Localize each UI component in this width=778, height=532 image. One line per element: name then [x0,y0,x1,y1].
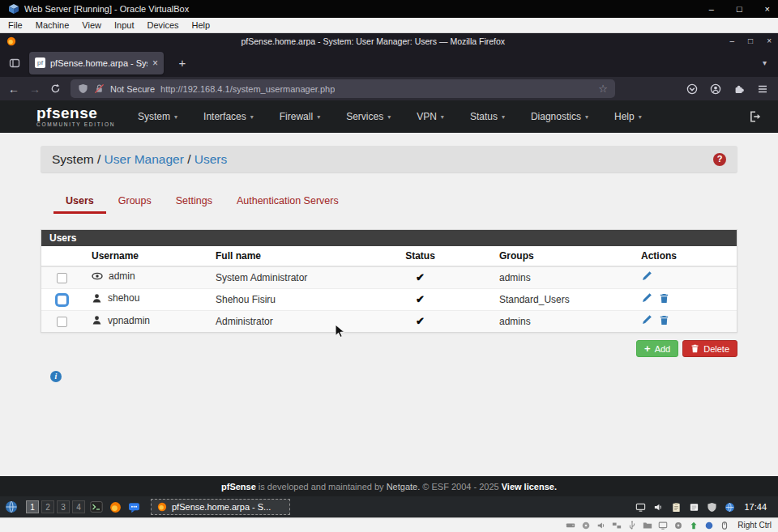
edit-user-icon[interactable] [641,292,652,304]
delete-button[interactable]: Delete [682,340,737,357]
display-tray-icon[interactable] [635,502,646,513]
row-checkbox[interactable] [57,273,67,283]
workspace-1-button[interactable]: 1 [26,500,39,513]
nav-item-interfaces[interactable]: Interfaces▾ [190,111,267,122]
insecure-lock-icon[interactable] [94,83,105,94]
ff-restore-button[interactable]: □ [748,37,753,45]
tab-users[interactable]: Users [53,190,106,214]
table-header-row: Username Full name Status Groups Actions [41,246,737,266]
tracking-protection-shield-icon[interactable] [78,83,88,94]
nav-item-status[interactable]: Status▾ [457,111,518,122]
session-status-icon[interactable] [704,521,714,530]
desktop-taskbar: 1 2 3 4 pfSense.home.arpa - S... 17:44 [0,496,778,517]
groups: admins [451,266,609,288]
help-icon[interactable]: ? [713,153,726,166]
caret-down-icon: ▾ [174,113,177,121]
nav-item-vpn[interactable]: VPN▾ [404,111,457,122]
breadcrumb-link-users[interactable]: Users [194,152,227,167]
extensions-icon[interactable] [733,83,745,95]
nav-item-diagnostics[interactable]: Diagnostics▾ [518,111,601,122]
vb-menu-input[interactable]: Input [108,20,140,30]
vb-menu-machine[interactable]: Machine [29,20,76,30]
workspace-switcher: 1 2 3 4 [26,500,85,513]
breadcrumb-link-user-manager[interactable]: User Manager [105,152,184,167]
pfsense-logo[interactable]: pfsense COMMUNITY EDITION [36,105,115,128]
row-checkbox[interactable] [57,317,67,327]
display-status-icon[interactable] [658,521,668,530]
url-bar[interactable]: Not Secure http://192.168.4.1/system_use… [71,79,615,98]
back-button[interactable]: ← [8,83,19,95]
network-tray-icon[interactable] [725,502,735,513]
vb-close-button[interactable]: × [765,5,770,14]
applications-menu-icon[interactable] [4,500,19,514]
workspace-3-button[interactable]: 3 [57,500,70,513]
username: shehou [108,292,139,304]
pfsense-favicon-icon: pf [35,57,45,68]
clipboard-tray-icon[interactable] [671,502,682,513]
plus-icon: + [644,343,651,355]
row-checkbox[interactable] [57,295,67,305]
tab-close-button[interactable]: × [152,58,158,68]
edit-user-icon[interactable] [641,270,652,282]
nav-item-help[interactable]: Help▾ [601,111,655,122]
firefox-launcher-icon[interactable] [108,500,122,514]
tab-title: pfSense.home.arpa - Syst [50,58,147,68]
footer-netgate-link[interactable]: Netgate. [387,482,421,492]
sharedfolders-status-icon[interactable] [643,521,652,530]
tab-authentication-servers[interactable]: Authentication Servers [224,190,351,214]
vb-menu-devices[interactable]: Devices [140,20,185,30]
vb-menu-view[interactable]: View [75,20,108,30]
browser-tab[interactable]: pf pfSense.home.arpa - Syst × [29,52,164,74]
firefox-logo-icon [157,502,167,512]
eye-icon [92,270,103,282]
vb-maximize-button[interactable]: □ [737,5,742,14]
ff-minimize-button[interactable]: – [730,37,735,45]
menu-icon[interactable] [757,83,768,95]
delete-user-icon[interactable] [659,292,669,304]
forward-button[interactable]: → [29,83,41,95]
user-icon [92,293,102,304]
add-button[interactable]: + Add [636,340,678,357]
edit-user-icon[interactable] [641,314,652,326]
reload-button[interactable] [50,83,61,94]
recording-status-icon[interactable] [673,521,683,530]
vb-menu-help[interactable]: Help [186,20,217,30]
delete-user-icon[interactable] [659,314,669,326]
volume-tray-icon[interactable] [653,502,664,513]
logout-icon[interactable] [749,110,762,123]
tab-settings[interactable]: Settings [164,190,224,214]
tab-groups[interactable]: Groups [106,190,164,214]
pocket-icon[interactable] [686,83,698,95]
tab-list-chevron-button[interactable]: ▾ [763,59,767,67]
firefox-view-button[interactable] [5,53,24,73]
footer-license-link[interactable]: View license. [502,482,557,492]
workspace-4-button[interactable]: 4 [72,500,85,513]
url-text[interactable]: http://192.168.4.1/system_usermanager.ph… [160,84,335,94]
terminal-launcher-icon[interactable] [89,500,104,514]
audio-status-icon[interactable] [596,521,606,530]
mouse-status-icon[interactable] [720,521,729,530]
info-icon[interactable]: i [50,371,62,382]
features-status-icon[interactable] [689,521,699,530]
nav-item-services[interactable]: Services▾ [333,111,404,122]
footer-text: is developed and maintained by [256,482,387,492]
vb-minimize-button[interactable]: – [709,5,714,14]
nav-item-firewall[interactable]: Firewall▾ [267,111,333,122]
chat-launcher-icon[interactable] [126,500,141,514]
optical-status-icon[interactable] [581,521,591,530]
shield-tray-icon[interactable] [707,502,717,513]
ff-close-button[interactable]: × [767,37,772,45]
notes-tray-icon[interactable] [689,502,699,513]
workspace-2-button[interactable]: 2 [41,500,54,513]
vb-menu-file[interactable]: File [2,20,29,30]
network-status-icon[interactable] [612,521,622,530]
nav-item-system[interactable]: System▾ [125,111,190,122]
footer-copyright: © ESF 2004 - 2025 [420,482,501,492]
taskbar-window-button[interactable]: pfSense.home.arpa - S... [151,499,290,515]
bookmark-star-icon[interactable]: ☆ [598,83,608,94]
new-tab-button[interactable]: + [173,54,191,72]
usb-status-icon[interactable] [627,521,637,530]
host-key-label: Right Ctrl [737,521,772,530]
hdd-status-icon[interactable] [566,521,575,530]
account-icon[interactable] [710,83,721,95]
